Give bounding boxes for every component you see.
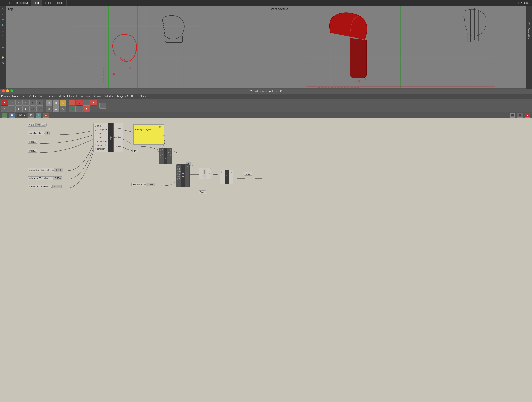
sec-btn-save[interactable]: 💾	[9, 113, 15, 117]
sec-btn-fit[interactable]: ⊞	[28, 113, 34, 117]
tool-light[interactable]: 💡	[0, 55, 5, 60]
menu-kangaroo2[interactable]: Kangaroo2	[116, 95, 129, 98]
intcrv-node[interactable]: V C D K IntCrv C	[159, 148, 172, 164]
extr-node[interactable]: B D Extr E	[220, 170, 233, 184]
tool-inp4[interactable]: ●	[90, 100, 97, 106]
tool-zoomwin[interactable]: ⊡	[0, 28, 5, 33]
tool-hex[interactable]: ⬡	[8, 106, 15, 112]
tool-dims[interactable]: ⊥	[0, 44, 5, 49]
menu-intersect[interactable]: Intersect	[67, 95, 77, 98]
menu-clipper[interactable]: Clipper	[139, 95, 147, 98]
tool-zoomsync[interactable]: ⬚	[0, 33, 5, 39]
sec-btn-preview[interactable]: 👁	[36, 113, 41, 117]
traffic-light-red[interactable]	[2, 89, 5, 92]
menu-maths[interactable]: Maths	[12, 95, 19, 98]
menu-mesh[interactable]: Mesh	[58, 95, 64, 98]
tab-front[interactable]: Front	[42, 0, 54, 6]
tab-right[interactable]: Right	[54, 0, 66, 6]
yellow-output-node[interactable]: (0:0) setting up agents	[133, 124, 164, 145]
tool-zoom[interactable]: 🔍	[0, 23, 5, 28]
tool-triangle[interactable]: △	[22, 100, 29, 106]
menu-display[interactable]: Display	[93, 95, 101, 98]
tool-wave[interactable]: 〜	[15, 100, 22, 106]
point1-node[interactable]: point1	[27, 140, 38, 144]
python-node[interactable]: time numAgents point1 point2 separation	[94, 123, 123, 152]
pt-node[interactable]: Pt	[132, 149, 138, 153]
tool-hex2[interactable]: ⬢	[15, 106, 22, 112]
traffic-light-yellow[interactable]	[6, 89, 9, 92]
right-label-wa[interactable]: Wa...	[528, 28, 530, 33]
menu-transform[interactable]: Transform	[79, 95, 90, 98]
alignment-node[interactable]: alignmentThreshold ◇ 0.250	[27, 176, 63, 180]
tool-prim3[interactable]: ⬡	[60, 100, 66, 106]
intcrv-out-label-l: L	[168, 151, 169, 153]
tool-material[interactable]: ◑	[0, 60, 5, 65]
menu-pufferfish[interactable]: Pufferfish	[103, 95, 114, 98]
menu-sets[interactable]: Sets	[21, 95, 26, 98]
traffic-light-green[interactable]	[10, 89, 13, 92]
tool-x[interactable]: ✕	[1, 100, 8, 106]
vec-node[interactable]: Vec	[199, 190, 206, 194]
offcrv-node[interactable]: C D Pl B K	[176, 164, 190, 187]
tool-circle[interactable]: ⬭	[8, 100, 15, 106]
tool-num[interactable]: 21	[29, 106, 36, 112]
top-viewport[interactable]: Top	[6, 6, 269, 89]
sec-btn-r3[interactable]: ■	[525, 113, 530, 117]
gh-canvas[interactable]: time 49 △ ▽ numAgents ◇ 8 point1 point2 …	[0, 118, 532, 402]
tab-perspective[interactable]: Perspective	[12, 0, 32, 6]
tool-prim6[interactable]: ▷	[60, 106, 66, 112]
tool-arrow[interactable]: ↖	[0, 7, 5, 12]
perspective-viewport[interactable]: Perspective	[269, 6, 532, 89]
tool-diamond[interactable]: ◇	[1, 106, 8, 112]
tool-dk2[interactable]: ▣	[36, 100, 43, 106]
tool-text[interactable]: T	[0, 39, 5, 44]
tool-prim2[interactable]: ▣	[53, 100, 59, 106]
toolbar-icon-box[interactable]: □	[6, 0, 12, 6]
sec-btn-r1[interactable]: ⬛	[510, 113, 515, 117]
layouts-button[interactable]: Layouts...	[518, 1, 530, 4]
python-body-label: Python	[110, 135, 112, 140]
offcrv-inputs: C D Pl B K	[177, 165, 181, 187]
menu-droid[interactable]: Droid	[131, 95, 137, 98]
extr-out-label-e: E	[229, 171, 230, 173]
tool-inp3[interactable]: →	[83, 100, 90, 106]
tool-dk1[interactable]: ●	[29, 100, 36, 106]
separation-node[interactable]: separationThreshold ◇ 0.250	[27, 168, 63, 172]
time-dn[interactable]: ▽	[44, 124, 45, 126]
point2-node[interactable]: point2	[27, 149, 38, 153]
time-up[interactable]: △	[42, 124, 44, 126]
cohesion-node[interactable]: cohesionThreshold ◇ 0.250	[27, 185, 62, 188]
numagents-node[interactable]: numAgents ◇ 8	[27, 131, 50, 135]
tool-inp5[interactable]: 🌲	[69, 106, 76, 112]
tool-inp1[interactable]: P	[69, 100, 76, 106]
distance-node[interactable]: Distance ◇ 0.579	[131, 182, 155, 186]
toolbar-icon-grid[interactable]: ⊞	[0, 0, 6, 6]
tool-prim4[interactable]: ◉	[46, 106, 52, 112]
menu-surface[interactable]: Surface	[48, 95, 56, 98]
tool-inp6[interactable]: →	[76, 106, 83, 112]
sec-btn-draw[interactable]: ✏	[43, 113, 49, 117]
sec-btn-home[interactable]: ⌂	[2, 113, 7, 117]
tool-inp7[interactable]: ⚗	[83, 106, 90, 112]
tool-pan[interactable]: ✥	[0, 17, 5, 22]
cohesion-value: 0.250	[52, 185, 62, 188]
tab-top[interactable]: Top	[32, 0, 42, 6]
menu-params[interactable]: Params	[1, 95, 10, 98]
tool-diamond2[interactable]: ◆	[22, 106, 29, 112]
sec-btn-r2[interactable]: ⬛	[517, 113, 523, 117]
tool-prim5[interactable]: ▬	[53, 106, 59, 112]
menu-vector[interactable]: Vector	[29, 95, 36, 98]
tool-util1[interactable]: →	[100, 103, 106, 109]
time-node[interactable]: time 49 △ ▽	[27, 123, 47, 127]
tool-abc[interactable]: ABC	[36, 106, 43, 112]
tool-snap[interactable]: ✦	[0, 50, 5, 55]
tool-rotate[interactable]: ↻	[0, 12, 5, 17]
zoom-dropdown[interactable]: ▾	[24, 114, 25, 117]
tool-prim1[interactable]: ■	[46, 100, 52, 106]
right-label-pro[interactable]: Pro...	[528, 22, 530, 27]
boundary-node[interactable]: E Boundary S	[199, 168, 211, 179]
geo-node[interactable]: Geo	[244, 172, 252, 175]
tool-inp2[interactable]: 🍒	[76, 100, 83, 106]
right-label-can[interactable]: Can...	[528, 34, 530, 39]
menu-curve[interactable]: Curve	[38, 95, 45, 98]
